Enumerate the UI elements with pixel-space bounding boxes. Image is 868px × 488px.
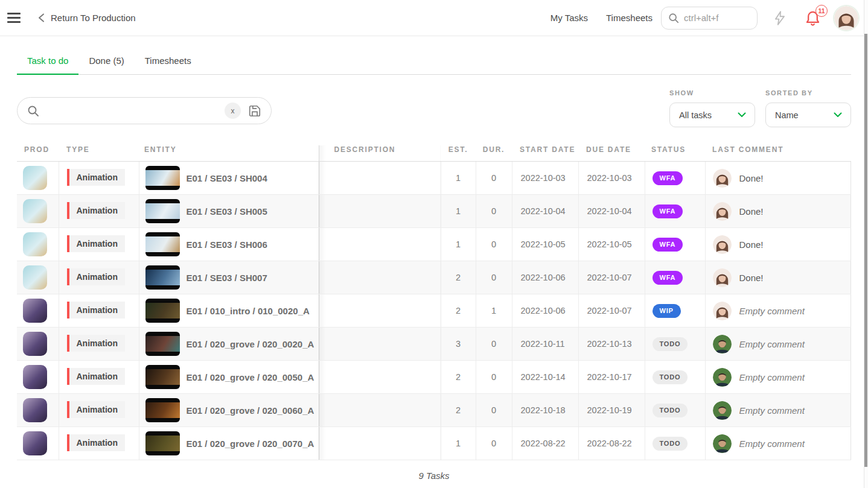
last-comment-text: Done! [739, 206, 764, 217]
entity-name-link[interactable]: E01 / 010_intro / 010_0020_A [187, 306, 310, 316]
task-count-footer: 9 Tasks [17, 471, 851, 481]
production-cell [17, 162, 59, 195]
task-type-cell: Animation [59, 394, 139, 427]
task-type-label: Animation [69, 202, 125, 219]
entity-name-link[interactable]: E01 / SE03 / SH004 [187, 173, 267, 183]
commenter-avatar [713, 235, 732, 254]
status-badge: WFA [653, 171, 683, 185]
entity-thumbnail[interactable] [145, 332, 180, 356]
task-type-label: Animation [69, 302, 125, 318]
save-filter-button[interactable] [248, 104, 261, 118]
last-comment-text: Empty comment [739, 306, 805, 316]
entity-thumbnail[interactable] [145, 265, 180, 290]
task-filter-input[interactable] [45, 106, 219, 116]
due-date-value: 2022-10-04 [578, 195, 645, 228]
start-date-value: 2022-10-03 [512, 162, 578, 195]
description-cell [319, 427, 441, 460]
entity-cell: E01 / 020_grove / 020_0060_A [139, 394, 319, 427]
entity-name-link[interactable]: E01 / SE03 / SH006 [187, 239, 267, 250]
page-scrollbar-track[interactable] [864, 0, 868, 488]
entity-name-link[interactable]: E01 / 020_grove / 020_0060_A [187, 405, 314, 416]
entity-thumbnail[interactable] [145, 199, 180, 223]
production-thumbnail [23, 232, 47, 256]
duration-value: 0 [476, 328, 512, 361]
entity-thumbnail[interactable] [145, 166, 180, 190]
table-header-row: PROD TYPE ENTITY DESCRIPTION EST. DUR. S… [17, 145, 851, 162]
column-header-estimation: EST. [441, 145, 476, 162]
table-row: Animation E01 / 020_grove / 020_0020_A 3… [17, 328, 851, 361]
task-type-tag: Animation [67, 235, 125, 252]
entity-thumbnail[interactable] [145, 232, 180, 256]
duration-value: 0 [476, 394, 512, 427]
task-type-cell: Animation [59, 195, 139, 228]
column-header-due-date: DUE DATE [578, 145, 645, 162]
topbar-right: My Tasks Timesheets 11 [532, 6, 858, 30]
start-date-value: 2022-10-06 [512, 294, 578, 328]
status-cell: WFA [645, 162, 705, 195]
estimation-value: 1 [441, 195, 476, 228]
nav-my-tasks[interactable]: My Tasks [550, 13, 588, 23]
entity-name-link[interactable]: E01 / 020_grove / 020_0070_A [187, 439, 314, 449]
notifications-bell-icon[interactable]: 11 [805, 10, 821, 27]
start-date-value: 2022-10-14 [512, 361, 578, 394]
commenter-avatar [713, 202, 732, 221]
menu-hamburger-icon[interactable] [7, 10, 21, 25]
chevron-down-icon [834, 112, 842, 118]
status-badge: WIP [653, 304, 681, 318]
estimation-value: 2 [441, 261, 476, 294]
production-cell [17, 261, 59, 294]
page-scrollbar-thumb[interactable] [864, 34, 867, 467]
task-type-cell: Animation [59, 427, 139, 460]
last-comment-text: Done! [739, 239, 764, 250]
status-badge: TODO [653, 404, 688, 417]
last-comment-text: Done! [739, 173, 764, 183]
entity-thumbnail[interactable] [145, 299, 180, 323]
estimation-value: 1 [441, 228, 476, 261]
sorted-by-group: SORTED BY Name [765, 89, 851, 127]
entity-name-link[interactable]: E01 / SE03 / SH007 [187, 273, 267, 283]
last-comment-text: Done! [739, 273, 764, 283]
clear-filter-button[interactable]: x [225, 103, 241, 119]
description-cell [319, 261, 441, 294]
description-cell [319, 162, 441, 195]
task-type-tag: Animation [67, 302, 125, 318]
entity-thumbnail[interactable] [145, 365, 180, 389]
tab-done[interactable]: Done (5) [78, 49, 134, 74]
back-to-production-link[interactable]: Return To Production [37, 13, 136, 23]
flash-notifications-icon[interactable] [772, 10, 788, 26]
status-badge: TODO [653, 370, 688, 384]
production-thumbnail [23, 365, 47, 389]
due-date-value: 2022-10-03 [578, 162, 645, 195]
tab-task-to-do[interactable]: Task to do [17, 49, 78, 75]
duration-value: 0 [476, 162, 512, 195]
tab-timesheets[interactable]: Timesheets [135, 49, 202, 74]
status-badge: TODO [653, 437, 688, 451]
start-date-value: 2022-08-22 [512, 427, 578, 460]
entity-thumbnail[interactable] [145, 431, 180, 455]
description-cell [319, 361, 441, 394]
status-badge: TODO [653, 337, 688, 351]
entity-name-link[interactable]: E01 / 020_grove / 020_0020_A [187, 339, 314, 349]
estimation-value: 1 [441, 162, 476, 195]
production-thumbnail [23, 199, 47, 223]
table-row: Animation E01 / SE03 / SH004 1 0 2022-10… [17, 162, 851, 195]
user-avatar[interactable] [834, 6, 858, 30]
last-comment-text: Empty comment [739, 339, 805, 349]
task-type-tag: Animation [67, 368, 125, 385]
nav-timesheets[interactable]: Timesheets [606, 13, 653, 23]
entity-name-link[interactable]: E01 / SE03 / SH005 [187, 206, 267, 217]
last-comment-cell: Empty comment [705, 361, 851, 394]
production-cell [17, 195, 59, 228]
entity-cell: E01 / 010_intro / 010_0020_A [139, 294, 319, 328]
sorted-by-select[interactable]: Name [765, 103, 851, 127]
production-cell [17, 328, 59, 361]
chevron-down-icon [738, 112, 746, 118]
global-search-input[interactable] [684, 13, 751, 23]
show-tasks-select[interactable]: All tasks [669, 103, 755, 127]
column-header-type: TYPE [59, 145, 139, 162]
entity-name-link[interactable]: E01 / 020_grove / 020_0050_A [187, 372, 314, 382]
production-cell [17, 361, 59, 394]
status-cell: TODO [645, 427, 705, 460]
entity-thumbnail[interactable] [145, 398, 180, 422]
show-tasks-selected-value: All tasks [679, 110, 712, 120]
